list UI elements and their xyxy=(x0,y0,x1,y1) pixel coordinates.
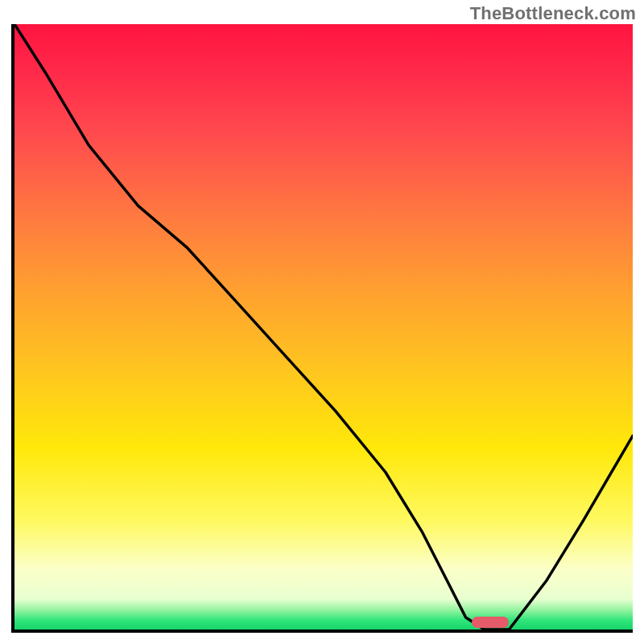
optimal-range-marker xyxy=(472,617,509,628)
plot-area xyxy=(11,24,633,633)
curve-layer xyxy=(14,24,633,630)
bottleneck-curve-path xyxy=(14,24,633,630)
bottleneck-chart: TheBottleneck.com xyxy=(0,0,644,644)
watermark-text: TheBottleneck.com xyxy=(470,3,636,24)
